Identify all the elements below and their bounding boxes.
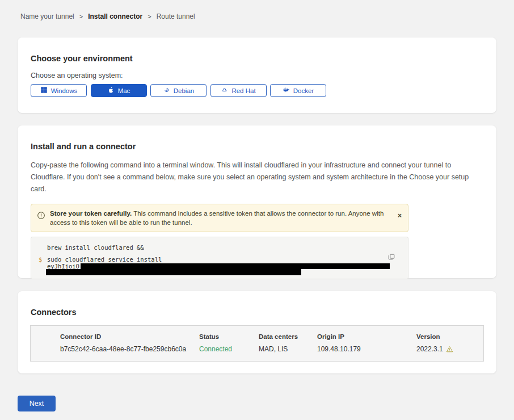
os-button-label: Red Hat [231, 87, 255, 94]
copy-command-button[interactable] [387, 253, 395, 263]
breadcrumb-route-tunnel[interactable]: Route tunnel [157, 12, 195, 20]
header-version: Version [416, 333, 440, 340]
header-connector-id: Connector ID [60, 333, 199, 340]
install-command-codeblock: $ brew install cloudflared && sudo cloud… [31, 237, 408, 279]
copy-icon [387, 254, 395, 263]
debian-icon [163, 86, 170, 95]
install-connector-description: Copy-paste the following command into a … [31, 159, 483, 195]
table-row: b7c52c42-6caa-48ee-8c77-fbe259cb6c0a Con… [60, 345, 483, 353]
cell-data-centers: MAD, LIS [259, 345, 317, 353]
redhat-icon [221, 86, 228, 95]
version-warning-icon [446, 346, 453, 352]
breadcrumb-separator: > [148, 13, 151, 20]
warning-message: Store your token carefully. This command… [50, 209, 391, 227]
cell-connector-id: b7c52c42-6caa-48ee-8c77-fbe259cb6c0a [60, 345, 199, 353]
header-origin-ip: Origin IP [317, 333, 416, 340]
breadcrumb: Name your tunnel > Install connector > R… [20, 12, 195, 20]
os-button-label: Mac [118, 87, 130, 94]
code-line-token: eyJhIjoiO [47, 263, 408, 269]
alert-circle-icon [37, 211, 45, 222]
connectors-table: Connector ID Status Data centers Origin … [30, 325, 484, 362]
redacted-token-bar-2 [46, 269, 301, 275]
breadcrumb-install-connector[interactable]: Install connector [88, 12, 142, 20]
os-button-mac[interactable]: Mac [91, 84, 147, 97]
os-button-label: Debian [174, 87, 194, 94]
environment-card: Choose your environment Choose an operat… [18, 37, 496, 113]
os-button-debian[interactable]: Debian [150, 84, 207, 97]
warning-message-bold: Store your token carefully. [50, 210, 132, 217]
code-line-brew-install: brew install cloudflared && [47, 244, 408, 251]
table-header-row: Connector ID Status Data centers Origin … [60, 333, 483, 340]
cell-origin-ip: 109.48.10.179 [317, 345, 416, 353]
os-button-group: Windows Mac Debian Red Hat Docker [31, 84, 496, 97]
cell-version: 2022.3.1 [416, 345, 453, 353]
apple-icon [107, 86, 115, 95]
connectors-card: Connectors Connector ID Status Data cent… [18, 291, 496, 373]
version-value: 2022.3.1 [416, 345, 443, 353]
warning-close-icon[interactable]: × [398, 212, 402, 219]
docker-icon [283, 86, 290, 95]
os-button-docker[interactable]: Docker [270, 84, 326, 97]
os-button-label: Docker [293, 87, 314, 94]
os-button-label: Windows [51, 87, 78, 94]
install-connector-card: Install and run a connector Copy-paste t… [18, 125, 496, 278]
header-status: Status [199, 333, 259, 340]
header-data-centers: Data centers [259, 333, 317, 340]
breadcrumb-name-your-tunnel[interactable]: Name your tunnel [20, 12, 74, 20]
connectors-title: Connectors [18, 291, 496, 317]
os-button-windows[interactable]: Windows [31, 84, 87, 97]
redacted-token-bar-1 [81, 263, 390, 269]
os-select-label: Choose an operating system: [31, 72, 496, 79]
cell-status: Connected [199, 345, 259, 353]
code-line-service-install: sudo cloudflared service install [47, 256, 408, 263]
token-warning-banner: Store your token carefully. This command… [31, 204, 408, 232]
breadcrumb-separator: > [79, 13, 83, 20]
environment-card-title: Choose your environment [18, 37, 496, 63]
windows-icon [40, 86, 48, 95]
shell-prompt: $ [39, 256, 42, 263]
os-button-redhat[interactable]: Red Hat [210, 84, 267, 97]
next-button[interactable]: Next [18, 396, 56, 411]
token-prefix: eyJhIjoiO [47, 263, 79, 270]
install-connector-title: Install and run a connector [18, 125, 496, 151]
